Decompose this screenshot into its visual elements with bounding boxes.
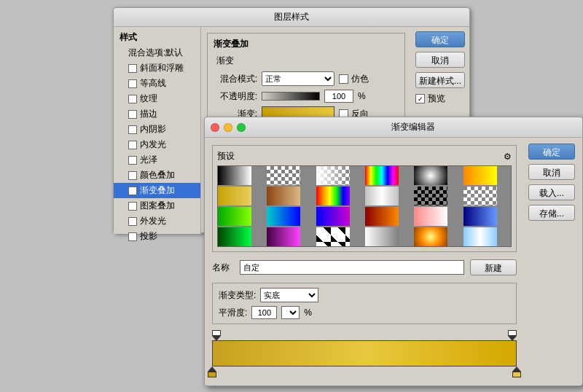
- gradient-editor-main: 预设 ⚙: [205, 138, 524, 385]
- preview-checkbox[interactable]: ✓: [415, 94, 425, 103]
- gradient-overlay-item[interactable]: 渐变叠加: [114, 183, 200, 198]
- color-overlay-item[interactable]: 颜色叠加: [114, 168, 200, 183]
- preview-row: ✓ 预览: [415, 93, 465, 105]
- swatch-1[interactable]: [218, 166, 251, 185]
- swatch-2[interactable]: [267, 166, 300, 185]
- swatch-16[interactable]: [365, 207, 399, 226]
- gradient-overlay-checkbox[interactable]: [128, 187, 137, 195]
- swatch-8[interactable]: [267, 187, 300, 205]
- opacity-label: 不透明度:: [214, 90, 257, 103]
- ok-button[interactable]: 确定: [415, 31, 465, 47]
- ge-cancel-button[interactable]: 取消: [528, 164, 575, 180]
- swatch-22[interactable]: [365, 227, 399, 246]
- new-gradient-button[interactable]: 新建: [470, 259, 517, 275]
- texture-label: 纹理: [140, 93, 157, 105]
- swatch-11[interactable]: [414, 187, 447, 205]
- bevel-item[interactable]: 斜面和浮雕: [114, 60, 200, 76]
- swatch-10[interactable]: [365, 187, 399, 205]
- contour-item[interactable]: 等高线: [114, 76, 200, 91]
- name-label: 名称: [212, 262, 234, 274]
- swatch-3[interactable]: [316, 166, 350, 185]
- preset-gear-icon[interactable]: ⚙: [504, 152, 512, 162]
- swatch-14[interactable]: [267, 207, 300, 226]
- gradient-bar-container: [212, 330, 517, 380]
- texture-checkbox[interactable]: [128, 95, 137, 103]
- drop-shadow-item[interactable]: 投影: [114, 229, 200, 244]
- gradient-editor-buttons: 确定 取消 载入... 存储...: [524, 138, 582, 385]
- contour-checkbox[interactable]: [128, 79, 137, 88]
- inner-glow-item[interactable]: 内发光: [114, 137, 200, 152]
- cancel-button[interactable]: 取消: [415, 52, 465, 68]
- stroke-label: 描边: [140, 108, 157, 120]
- blend-mode-label: 混合模式:: [214, 73, 257, 85]
- mix-options-item[interactable]: 混合选项:默认: [114, 45, 200, 60]
- colorize-checkbox[interactable]: [339, 74, 348, 84]
- stroke-item[interactable]: 描边: [114, 106, 200, 122]
- opacity-bar[interactable]: [262, 92, 320, 101]
- new-style-button[interactable]: 新建样式...: [415, 72, 465, 88]
- inner-shadow-checkbox[interactable]: [128, 125, 137, 134]
- opacity-stop-right[interactable]: [508, 330, 517, 341]
- name-row: 名称 新建: [212, 259, 517, 275]
- gradient-editor-dialog: 渐变编辑器 预设 ⚙: [204, 117, 583, 386]
- pattern-overlay-checkbox[interactable]: [128, 202, 137, 211]
- ge-ok-button[interactable]: 确定: [528, 144, 575, 160]
- styles-title: 样式: [114, 30, 200, 45]
- swatch-24[interactable]: [463, 227, 497, 246]
- swatch-15[interactable]: [316, 207, 350, 226]
- inner-glow-checkbox[interactable]: [128, 141, 137, 149]
- inner-shadow-item[interactable]: 内阴影: [114, 122, 200, 137]
- bevel-checkbox[interactable]: [128, 64, 137, 73]
- texture-item[interactable]: 纹理: [114, 91, 200, 106]
- ge-save-button[interactable]: 存储...: [528, 205, 575, 221]
- zoom-button[interactable]: [237, 123, 246, 132]
- swatch-23[interactable]: [414, 227, 447, 246]
- outer-glow-item[interactable]: 外发光: [114, 213, 200, 229]
- swatch-7[interactable]: [218, 187, 251, 205]
- swatch-20[interactable]: [267, 227, 300, 246]
- opacity-row: 不透明度: %: [214, 90, 399, 103]
- swatch-12[interactable]: [463, 187, 497, 205]
- opacity-input[interactable]: [324, 90, 353, 103]
- outer-glow-checkbox[interactable]: [128, 217, 137, 226]
- smoothness-unit: %: [304, 307, 312, 318]
- smoothness-input[interactable]: [251, 306, 277, 319]
- preview-label: 预览: [428, 93, 445, 105]
- swatches-grid: [217, 165, 512, 247]
- swatch-13[interactable]: [218, 207, 251, 226]
- gradient-overlay-label: 渐变叠加: [140, 184, 175, 197]
- drop-shadow-checkbox[interactable]: [128, 232, 137, 241]
- color-stop-left[interactable]: [208, 366, 216, 377]
- smoothness-label: 平滑度:: [219, 307, 247, 319]
- name-input[interactable]: [240, 260, 464, 275]
- opacity-stop-left[interactable]: [212, 330, 221, 341]
- layer-style-title: 图层样式: [274, 12, 309, 22]
- color-stop-right[interactable]: [512, 366, 521, 377]
- gradient-bar[interactable]: [212, 340, 517, 366]
- minimize-button[interactable]: [224, 123, 232, 132]
- preset-label: 预设 ⚙: [217, 150, 512, 162]
- swatch-18[interactable]: [463, 207, 497, 226]
- blend-mode-select[interactable]: 正常: [262, 71, 334, 86]
- satin-checkbox[interactable]: [128, 156, 137, 165]
- swatch-5[interactable]: [414, 166, 447, 185]
- pattern-overlay-item[interactable]: 图案叠加: [114, 198, 200, 213]
- color-overlay-checkbox[interactable]: [128, 171, 137, 180]
- stroke-checkbox[interactable]: [128, 110, 137, 119]
- gradient-type-section: 渐变类型: 实底 平滑度: ▼ %: [212, 283, 517, 324]
- section-title: 渐变叠加: [214, 38, 399, 50]
- swatch-17[interactable]: [414, 207, 447, 226]
- swatch-21[interactable]: [316, 227, 350, 246]
- subsection-title: 渐变: [216, 55, 399, 67]
- satin-item[interactable]: 光泽: [114, 152, 200, 168]
- smoothness-dropdown[interactable]: ▼: [281, 306, 300, 319]
- close-button[interactable]: [211, 123, 219, 132]
- blend-mode-row: 混合模式: 正常 仿色: [214, 71, 399, 86]
- gradient-type-select[interactable]: 实底: [260, 288, 318, 302]
- swatch-4[interactable]: [365, 166, 399, 185]
- swatch-19[interactable]: [218, 227, 251, 246]
- inner-glow-label: 内发光: [140, 138, 166, 151]
- ge-load-button[interactable]: 载入...: [528, 184, 575, 200]
- swatch-9[interactable]: [316, 187, 350, 205]
- swatch-6[interactable]: [463, 166, 497, 185]
